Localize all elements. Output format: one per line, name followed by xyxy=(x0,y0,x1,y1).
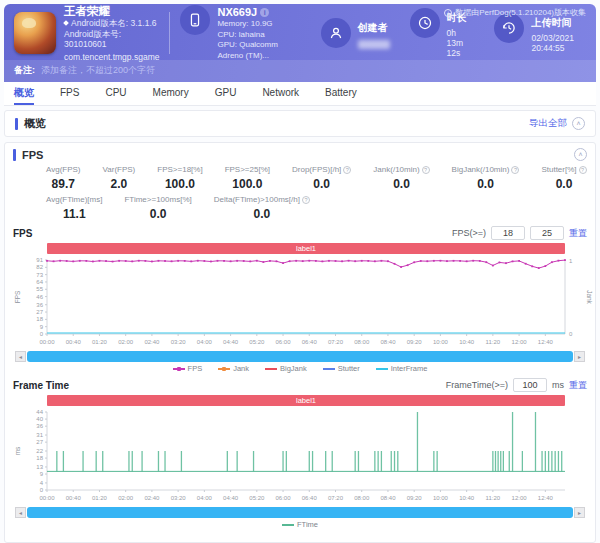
stat-fps-ge25: FPS>=25[%] 100.0 xyxy=(214,165,281,191)
export-all-button[interactable]: 导出全部 ˄ xyxy=(529,117,585,130)
device-memory: Memory: 10.9G xyxy=(217,19,300,29)
collapse-fps-icon[interactable]: ˄ xyxy=(574,148,587,161)
svg-text:03:20: 03:20 xyxy=(171,495,187,501)
fps-threshold-input-1[interactable] xyxy=(491,226,525,240)
fps-chart-scrollbar[interactable]: ◄ ► xyxy=(15,351,585,362)
frametime-reset-link[interactable]: 重置 xyxy=(569,379,587,392)
scroll-left-icon[interactable]: ◄ xyxy=(15,351,26,362)
perfdog-report-page: 王者荣耀 Android版本名: 3.1.1.6 Android版本号: 301… xyxy=(0,0,600,543)
svg-text:0: 0 xyxy=(40,331,44,337)
stat-ftime-ge100: FTime>=100ms[%] 0.0 xyxy=(113,195,202,221)
svg-text:13: 13 xyxy=(36,464,43,470)
phone-icon xyxy=(180,5,210,35)
legend-item-interframe[interactable]: InterFrame xyxy=(376,364,428,373)
creator-block: 创建者 xyxy=(321,18,390,49)
tab-overview[interactable]: 概览 xyxy=(14,82,34,105)
help-icon[interactable] xyxy=(511,166,519,174)
legend-item-ftime[interactable]: FTime xyxy=(282,520,318,529)
tab-fps[interactable]: FPS xyxy=(60,82,79,105)
note-label: 备注: xyxy=(14,64,35,77)
fps-chart-title: FPS xyxy=(13,228,32,239)
help-icon[interactable] xyxy=(579,166,587,174)
collapse-overview-icon[interactable]: ˄ xyxy=(572,117,585,130)
svg-text:36: 36 xyxy=(36,423,43,429)
tab-memory[interactable]: Memory xyxy=(153,82,189,105)
svg-text:12:00: 12:00 xyxy=(512,495,528,501)
stat-stutter: Stutter[%] 0.0 xyxy=(530,165,596,191)
frametime-threshold-label: FrameTime(>=) xyxy=(446,380,508,390)
frametime-chart-legend: FTime xyxy=(13,520,587,529)
note-input[interactable]: 添加备注，不超过200个字符 xyxy=(41,64,155,77)
svg-text:22: 22 xyxy=(36,448,43,454)
app-version-code: Android版本号: 301010601 xyxy=(64,29,159,50)
scroll-left-icon[interactable]: ◄ xyxy=(15,507,26,518)
svg-text:27: 27 xyxy=(36,309,43,315)
svg-text:00:00: 00:00 xyxy=(39,339,55,345)
creator-label: 创建者 xyxy=(358,21,390,35)
collect-version-note: i 数据由PerfDog(5.1.210204)版本收集 xyxy=(444,7,586,18)
svg-text:11:20: 11:20 xyxy=(486,339,501,345)
scroll-right-icon[interactable]: ► xyxy=(574,507,585,518)
fps-stats-row-1: Avg(FPS) 89.7 Var(FPS) 2.0 FPS>=18[%] 10… xyxy=(13,165,587,191)
svg-text:04:00: 04:00 xyxy=(197,495,213,501)
tab-cpu[interactable]: CPU xyxy=(105,82,126,105)
frametime-chart-title: Frame Time xyxy=(13,380,69,391)
person-icon xyxy=(321,18,351,48)
tab-network[interactable]: Network xyxy=(262,82,299,105)
app-version-name: Android版本名: 3.1.1.6 xyxy=(71,18,157,29)
fps-chart-legend: FPSJankBigJankStutterInterFrame xyxy=(13,364,587,373)
device-info-icon[interactable]: i xyxy=(260,8,269,17)
scrollbar-track[interactable] xyxy=(27,507,573,518)
svg-text:0: 0 xyxy=(40,487,44,493)
svg-text:09:20: 09:20 xyxy=(407,495,423,501)
frametime-chart-scrollbar[interactable]: ◄ ► xyxy=(15,507,585,518)
svg-text:36: 36 xyxy=(36,302,43,308)
tab-gpu[interactable]: GPU xyxy=(215,82,237,105)
note-bar: 备注: 添加备注，不超过200个字符 xyxy=(4,60,596,82)
svg-text:12:00: 12:00 xyxy=(512,339,528,345)
clock-icon xyxy=(410,8,440,38)
svg-text:Jank: Jank xyxy=(586,290,593,304)
svg-text:46: 46 xyxy=(36,294,43,300)
fps-stats-row-2: Avg(FTime)[ms] 11.1 FTime>=100ms[%] 0.0 … xyxy=(13,195,587,221)
fps-reset-link[interactable]: 重置 xyxy=(569,227,587,240)
fps-threshold-input-2[interactable] xyxy=(530,226,564,240)
device-name: NX669J xyxy=(217,5,257,19)
app-meta: 王者荣耀 Android版本名: 3.1.1.6 Android版本号: 301… xyxy=(64,4,159,63)
frametime-chart-block: Frame Time FrameTime(>=) ms 重置 label1 04… xyxy=(13,378,587,529)
frametime-threshold-input[interactable] xyxy=(513,378,547,392)
svg-text:10:00: 10:00 xyxy=(433,339,449,345)
legend-item-jank[interactable]: Jank xyxy=(218,364,249,373)
svg-text:06:00: 06:00 xyxy=(276,495,292,501)
legend-item-stutter[interactable]: Stutter xyxy=(323,364,360,373)
svg-text:06:40: 06:40 xyxy=(302,495,318,501)
stat-avg-fps: Avg(FPS) 89.7 xyxy=(35,165,92,191)
fps-section-title: FPS xyxy=(22,149,43,161)
svg-text:55: 55 xyxy=(36,286,43,292)
legend-item-bigjank[interactable]: BigJank xyxy=(265,364,307,373)
svg-text:40: 40 xyxy=(36,416,43,422)
svg-text:00:00: 00:00 xyxy=(39,495,55,501)
svg-text:04:40: 04:40 xyxy=(223,339,239,345)
stat-var-fps: Var(FPS) 2.0 xyxy=(92,165,147,191)
svg-text:07:20: 07:20 xyxy=(328,339,344,345)
scroll-right-icon[interactable]: ► xyxy=(574,351,585,362)
fps-chart-block: FPS FPS(>=) 重置 label1 091827364655647382… xyxy=(13,226,587,373)
svg-text:91: 91 xyxy=(36,257,43,263)
help-icon[interactable] xyxy=(343,166,351,174)
frametime-line-chart[interactable]: 049131822273136404400:0000:4001:2002:000… xyxy=(13,406,596,507)
help-icon[interactable] xyxy=(302,196,310,204)
svg-text:9: 9 xyxy=(40,324,44,330)
svg-text:06:40: 06:40 xyxy=(302,339,318,345)
scrollbar-track[interactable] xyxy=(27,351,573,362)
svg-text:9: 9 xyxy=(40,471,44,477)
svg-text:18: 18 xyxy=(36,316,43,322)
help-icon[interactable] xyxy=(422,166,430,174)
svg-text:02:40: 02:40 xyxy=(144,495,160,501)
legend-item-fps[interactable]: FPS xyxy=(173,364,203,373)
stat-bigjank: BigJank(/10min) 0.0 xyxy=(441,165,531,191)
fps-line-chart[interactable]: 0918273646556473829100:0000:4001:2002:00… xyxy=(13,254,596,351)
creator-value-redacted xyxy=(358,40,390,49)
svg-text:18: 18 xyxy=(36,455,43,461)
tab-battery[interactable]: Battery xyxy=(325,82,357,105)
